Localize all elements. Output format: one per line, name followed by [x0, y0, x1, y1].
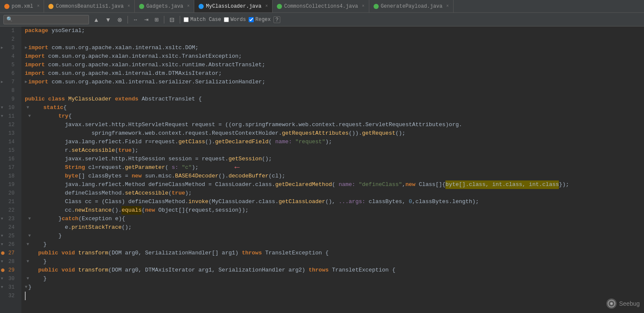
tab-label-commonscollections4: CommonsCollections4.java: [284, 3, 358, 9]
tab-icon-myclassloader: [199, 4, 204, 9]
line-num-22: 22: [0, 206, 18, 215]
tab-close-gadgets[interactable]: ×: [187, 4, 190, 9]
code-line-32: [25, 292, 641, 300]
code-line-11: ▼ try{: [25, 112, 641, 121]
line-num-15: 15: [0, 146, 18, 155]
code-line-15: r.setAccessible(true);: [25, 146, 641, 155]
line-num-13: 13: [0, 129, 18, 138]
tab-icon-pom: [4, 4, 9, 9]
code-area[interactable]: package ysoSerial; ▶import com.sun.org.a…: [21, 27, 644, 313]
code-line-24: e.printStackTrace();: [25, 223, 641, 232]
line-num-12: 12: [0, 121, 18, 129]
regex-checkbox[interactable]: [249, 17, 254, 22]
line-num-32: 32: [0, 292, 18, 300]
code-line-26: ▼ }: [25, 240, 641, 249]
code-line-27: public void transform(DOM arg0, Serializ…: [25, 249, 641, 257]
tab-myclassloader[interactable]: MyClassLoader.java ×: [194, 0, 273, 13]
watermark-logo: [606, 298, 617, 309]
search-expand-button[interactable]: ↔: [131, 16, 140, 24]
match-case-text: Match Case: [190, 17, 221, 23]
code-line-8: [25, 86, 641, 95]
tab-icon-commonscollections4: [277, 4, 282, 9]
toolbar: 🔍 ▲ ▼ ⊗ ↔ ⇥ ⊞ ⊟ Match Case Words Regex ?: [0, 13, 644, 27]
code-line-16: javax.servlet.http.HttpSession session =…: [25, 155, 641, 163]
code-line-14: java.lang.reflect.Field r=request.getCla…: [25, 138, 641, 146]
tab-pom[interactable]: pom.xml ×: [0, 0, 44, 13]
tab-close-commonscollections4[interactable]: ×: [362, 4, 365, 9]
filter-button[interactable]: ⊟: [168, 15, 176, 24]
search-input[interactable]: [15, 17, 74, 23]
line-num-20: 20: [0, 189, 18, 198]
code-line-1: package ysoSerial;: [25, 27, 641, 35]
search-options-button[interactable]: ⊞: [153, 16, 160, 24]
line-num-4: 4: [0, 52, 18, 61]
line-num-10: ▼10: [0, 103, 18, 112]
line-num-3: ▶3: [0, 44, 18, 52]
line-num-1: 1: [0, 27, 18, 35]
line-num-30: ▼30: [0, 275, 18, 283]
line-num-6: 6: [0, 69, 18, 78]
code-line-22: cc.newInstance().equals(new Object[]{req…: [25, 206, 641, 215]
words-checkbox[interactable]: [224, 17, 229, 22]
toolbar-separator-1: [128, 16, 128, 24]
code-line-20: defineClassMethod.setAccessible(true);: [25, 189, 641, 198]
code-line-18: byte[] classBytes = new sun.misc.BASE64D…: [25, 172, 641, 180]
tab-label-myclassloader: MyClassLoader.java: [206, 3, 261, 9]
line-num-5: 5: [0, 61, 18, 69]
line-num-25: ▼25: [0, 232, 18, 240]
svg-point-1: [610, 302, 613, 305]
code-line-13: springframework.web.context.request.Requ…: [25, 129, 641, 138]
line-num-31: ▼31: [0, 283, 18, 292]
tab-commonscollections4[interactable]: CommonsCollections4.java ×: [273, 0, 369, 13]
match-case-label[interactable]: Match Case: [184, 17, 221, 23]
tab-label-commonsbeanutils: CommonsBeanutils1.java: [56, 3, 123, 9]
code-line-30: ▼ }: [25, 275, 641, 283]
search-move-button[interactable]: ⇥: [142, 16, 150, 24]
code-line-3: ▶import com.sun.org.apache.xalan.interna…: [25, 44, 641, 52]
line-num-17: 17: [0, 163, 18, 172]
code-line-2: [25, 35, 641, 44]
help-button[interactable]: ?: [273, 16, 281, 23]
code-line-4: import com.sun.org.apache.xalan.internal…: [25, 52, 641, 61]
watermark-text: Seebug: [619, 300, 640, 307]
code-line-28: ▼ }: [25, 257, 641, 266]
toolbar-separator-3: [180, 16, 180, 24]
regex-text: Regex: [255, 17, 271, 23]
search-icon: 🔍: [6, 16, 13, 23]
regex-label[interactable]: Regex: [249, 17, 271, 23]
search-box[interactable]: 🔍: [3, 15, 89, 24]
tab-close-pom[interactable]: ×: [37, 4, 39, 9]
tab-icon-generatepayload: [374, 4, 379, 9]
line-numbers: 1 2 ▶3 4 5 6 ▶7 8 9 ▼10 ▼11 12 13 14 15 …: [0, 27, 21, 313]
line-num-18: 18: [0, 172, 18, 180]
tab-close-myclassloader[interactable]: ×: [265, 4, 268, 9]
words-text: Words: [231, 17, 246, 23]
tab-close-commonsbeanutils[interactable]: ×: [128, 4, 130, 9]
tab-icon-commonsbeanutils: [48, 4, 53, 9]
line-num-2: 2: [0, 35, 18, 44]
words-label[interactable]: Words: [224, 17, 246, 23]
code-line-29: public void transform(DOM arg0, DTMAxisI…: [25, 266, 641, 275]
code-line-17: String cl=request.getParameter( s: "c");…: [25, 163, 641, 172]
tab-label-generatepayload: GeneratePayload.java: [381, 3, 442, 9]
code-line-19: java.lang.reflect.Method defineClassMeth…: [25, 180, 641, 189]
line-num-7: ▶7: [0, 78, 18, 86]
watermark: Seebug: [606, 298, 640, 309]
line-num-23: ▼23: [0, 215, 18, 223]
code-line-21: Class cc = (Class) defineClassMethod.inv…: [25, 198, 641, 206]
match-case-checkbox[interactable]: [184, 17, 189, 22]
tab-commonsbeanutils[interactable]: CommonsBeanutils1.java ×: [44, 0, 134, 13]
tab-label-pom: pom.xml: [12, 3, 33, 9]
code-line-23: ▼ }catch(Exception e){: [25, 215, 641, 223]
search-close-button[interactable]: ⊗: [116, 15, 124, 24]
line-num-24: 24: [0, 223, 18, 232]
line-num-27: ⬤27: [0, 249, 18, 257]
line-num-19: 19: [0, 180, 18, 189]
tab-generatepayload[interactable]: GeneratePayload.java ×: [369, 0, 454, 13]
search-prev-button[interactable]: ▲: [92, 15, 101, 24]
search-next-button[interactable]: ▼: [104, 15, 113, 24]
tab-close-generatepayload[interactable]: ×: [446, 4, 449, 9]
editor: 1 2 ▶3 4 5 6 ▶7 8 9 ▼10 ▼11 12 13 14 15 …: [0, 27, 644, 313]
tab-gadgets[interactable]: Gadgets.java ×: [135, 0, 194, 13]
line-num-11: ▼11: [0, 112, 18, 121]
